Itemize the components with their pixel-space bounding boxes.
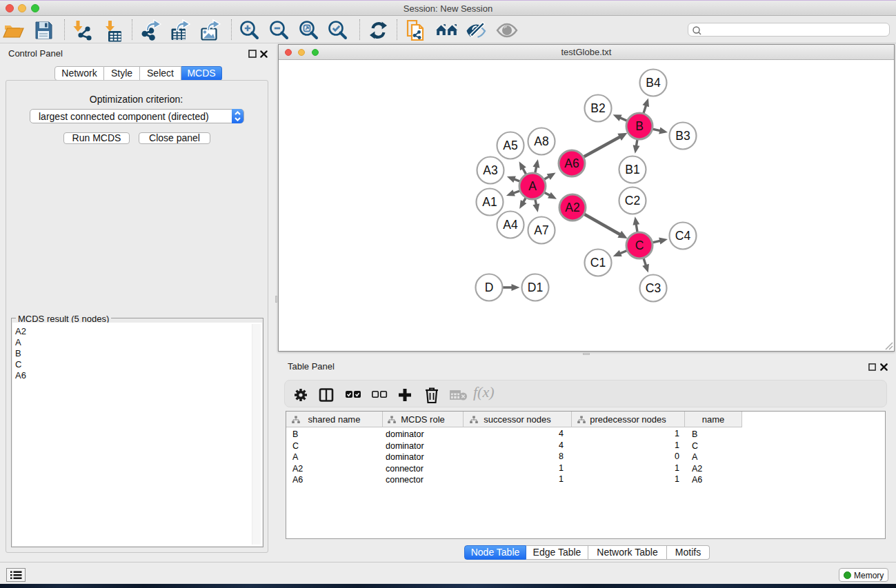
svg-text:A2: A2	[565, 201, 579, 214]
svg-text:A1: A1	[482, 195, 497, 209]
svg-text:A: A	[528, 179, 537, 193]
svg-text:B2: B2	[590, 101, 605, 115]
svg-text:C3: C3	[646, 281, 661, 295]
svg-text:A3: A3	[483, 163, 497, 177]
svg-text:A7: A7	[534, 223, 548, 237]
svg-text:B4: B4	[646, 76, 661, 90]
svg-text:D1: D1	[528, 281, 543, 294]
svg-text:A4: A4	[503, 218, 518, 232]
svg-text:B1: B1	[625, 163, 639, 176]
svg-text:A8: A8	[534, 134, 548, 148]
svg-text:D: D	[485, 281, 494, 294]
svg-text:C: C	[635, 239, 644, 252]
svg-text:A5: A5	[503, 139, 517, 152]
svg-text:B: B	[635, 119, 644, 133]
svg-text:A6: A6	[564, 156, 579, 170]
svg-text:C1: C1	[590, 256, 606, 270]
svg-text:C4: C4	[675, 229, 691, 243]
svg-text:B3: B3	[675, 129, 690, 143]
svg-text:C2: C2	[625, 194, 640, 207]
